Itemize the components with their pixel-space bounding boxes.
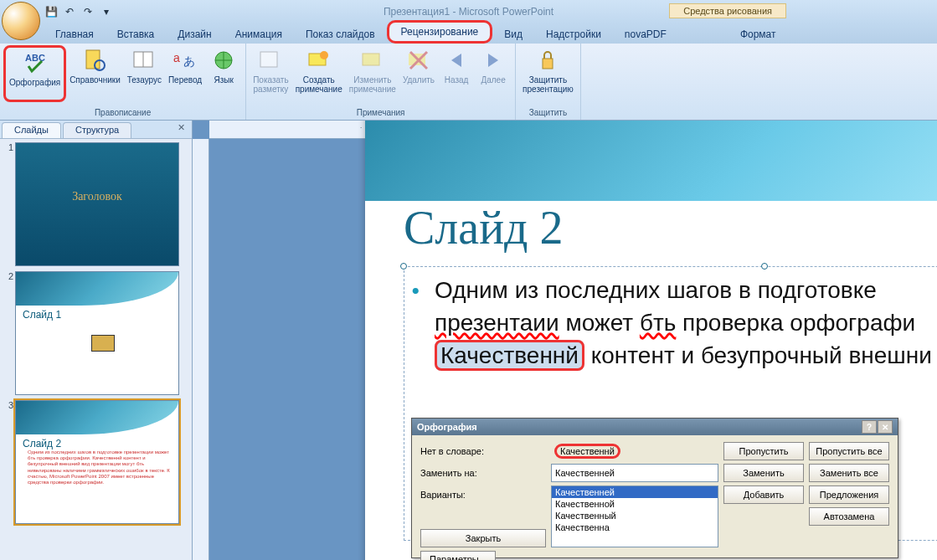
add-button[interactable]: Добавить — [723, 486, 804, 504]
office-button[interactable] — [2, 2, 40, 40]
translate-button[interactable]: aあ Перевод — [165, 45, 205, 102]
research-label: Справочники — [70, 75, 121, 85]
group-proofing: ABC Орфография Справочники Тезаурус aあ П… — [0, 44, 246, 120]
translate-icon: aあ — [172, 47, 198, 74]
options-button[interactable]: Параметры... — [420, 551, 496, 560]
panel-tabs: Слайды Структура ✕ — [0, 121, 192, 139]
tab-view[interactable]: Вид — [492, 25, 534, 44]
change-to-label: Заменить на: — [420, 468, 546, 478]
group-proofing-label: Правописание — [0, 106, 245, 120]
svg-text:あ: あ — [183, 54, 195, 68]
selection-handle[interactable] — [761, 263, 768, 270]
redo-icon[interactable]: ↷ — [80, 4, 95, 19]
spelling-button[interactable]: ABC Орфография — [3, 45, 66, 102]
undo-icon[interactable]: ↶ — [62, 4, 77, 19]
tab-home[interactable]: Главная — [44, 25, 106, 44]
language-icon — [210, 47, 237, 74]
qat-more-icon[interactable]: ▾ — [99, 4, 114, 19]
protect-label: Защитить презентацию — [523, 75, 574, 94]
svg-text:ABC: ABC — [25, 53, 45, 63]
contextual-tab-label: Средства рисования — [669, 3, 786, 18]
panel-close-icon[interactable]: ✕ — [174, 121, 188, 138]
spelling-dialog: Орфография ? ✕ Нет в словаре: Качественн… — [411, 418, 898, 558]
thumb-3[interactable]: 3 Слайд 2 Одним из последних шагов в под… — [3, 400, 188, 524]
protect-button[interactable]: Защитить презентацию — [519, 45, 577, 102]
selection-handle[interactable] — [400, 263, 407, 270]
delete-comment-button[interactable]: Удалить — [399, 45, 438, 102]
translate-label: Перевод — [168, 75, 202, 85]
variant-3[interactable]: Качественный — [552, 510, 718, 521]
change-button[interactable]: Заменить — [723, 464, 804, 482]
tab-animation[interactable]: Анимация — [224, 25, 294, 44]
tab-review[interactable]: Рецензирование — [387, 20, 493, 44]
group-protect-label: Защитить — [516, 106, 580, 120]
thesaurus-button[interactable]: Тезаурус — [124, 45, 165, 102]
language-button[interactable]: Язык — [205, 45, 242, 102]
spelling-label: Орфография — [9, 78, 60, 87]
thumb-2-image — [91, 335, 115, 352]
variant-1[interactable]: Качественней — [552, 486, 718, 498]
thumb-1-title: Заголовок — [16, 190, 178, 203]
next-comment-button[interactable]: Далее — [475, 45, 512, 102]
svg-point-10 — [320, 51, 328, 59]
edit-comment-button[interactable]: Изменить примечание — [346, 45, 399, 102]
dialog-titlebar[interactable]: Орфография ? ✕ — [412, 419, 898, 435]
spelling-icon: ABC — [22, 49, 49, 76]
slide-panel: Слайды Структура ✕ 1 Заголовок 2 Слайд 1 — [0, 121, 193, 560]
thesaurus-icon — [131, 47, 157, 74]
ribbon: ABC Орфография Справочники Тезаурус aあ П… — [0, 44, 937, 121]
ignore-button[interactable]: Пропустить — [723, 442, 804, 460]
dialog-body: Нет в словаре: Качественнй Пропустить Пр… — [412, 435, 898, 560]
research-icon — [81, 47, 108, 74]
markup-icon — [257, 47, 284, 74]
thumb-3-body: Одним из последних шагов в подготовке пр… — [28, 450, 172, 486]
tab-slides[interactable]: Слайды — [2, 122, 61, 138]
language-label: Язык — [214, 75, 233, 85]
not-in-dict-label: Нет в словаре: — [420, 446, 546, 456]
ignore-all-button[interactable]: Пропустить все — [809, 442, 889, 460]
variants-list[interactable]: Качественней Качественной Качественный К… — [551, 486, 718, 547]
prev-icon — [443, 47, 470, 74]
prev-comment-button[interactable]: Назад — [438, 45, 475, 102]
dialog-close-icon[interactable]: ✕ — [878, 420, 893, 434]
change-to-input[interactable] — [551, 464, 718, 482]
thumb-2[interactable]: 2 Слайд 1 — [3, 271, 188, 395]
tab-slideshow[interactable]: Показ слайдов — [294, 25, 387, 44]
next-icon — [480, 47, 507, 74]
show-markup-button[interactable]: Показать разметку — [250, 45, 292, 102]
group-protect: Защитить презентацию Защитить — [516, 44, 581, 120]
tab-design[interactable]: Дизайн — [166, 25, 223, 44]
dialog-help-icon[interactable]: ? — [862, 420, 877, 434]
quick-access-toolbar: 💾 ↶ ↷ ▾ — [44, 4, 114, 19]
save-icon[interactable]: 💾 — [44, 4, 59, 19]
tab-format[interactable]: Формат — [728, 25, 788, 44]
tab-novapdf[interactable]: novaPDF — [613, 25, 678, 44]
research-button[interactable]: Справочники — [66, 45, 124, 102]
delete-icon — [405, 47, 432, 74]
ribbon-tab-strip: Главная Вставка Дизайн Анимация Показ сл… — [0, 23, 937, 44]
close-button[interactable]: Закрыть — [420, 529, 546, 547]
thumb-1[interactable]: 1 Заголовок — [3, 142, 188, 266]
tab-addins[interactable]: Надстройки — [534, 25, 613, 44]
variant-2[interactable]: Качественной — [552, 498, 718, 510]
ruler-vertical — [193, 139, 209, 560]
lock-icon — [534, 47, 561, 74]
tab-insert[interactable]: Вставка — [106, 25, 167, 44]
tab-outline[interactable]: Структура — [63, 122, 131, 138]
svg-rect-1 — [86, 50, 100, 69]
new-comment-button[interactable]: Создать примечание — [292, 45, 346, 102]
group-comments-label: Примечания — [246, 106, 515, 120]
variants-label: Варианты: — [420, 490, 546, 500]
next-label: Далее — [481, 75, 505, 85]
variant-4[interactable]: Качественна — [552, 521, 718, 533]
svg-rect-15 — [543, 59, 553, 69]
thumb-3-title: Слайд 2 — [23, 438, 61, 450]
delete-label: Удалить — [403, 75, 435, 85]
change-all-button[interactable]: Заменить все — [809, 464, 889, 482]
edit-comment-icon — [359, 47, 386, 74]
suggest-button[interactable]: Предложения — [809, 486, 889, 504]
autocorrect-button[interactable]: Автозамена — [809, 507, 889, 526]
show-markup-label: Показать разметку — [253, 75, 289, 94]
slide-title[interactable]: Слайд 2 — [404, 201, 564, 254]
thesaurus-label: Тезаурус — [127, 75, 162, 85]
